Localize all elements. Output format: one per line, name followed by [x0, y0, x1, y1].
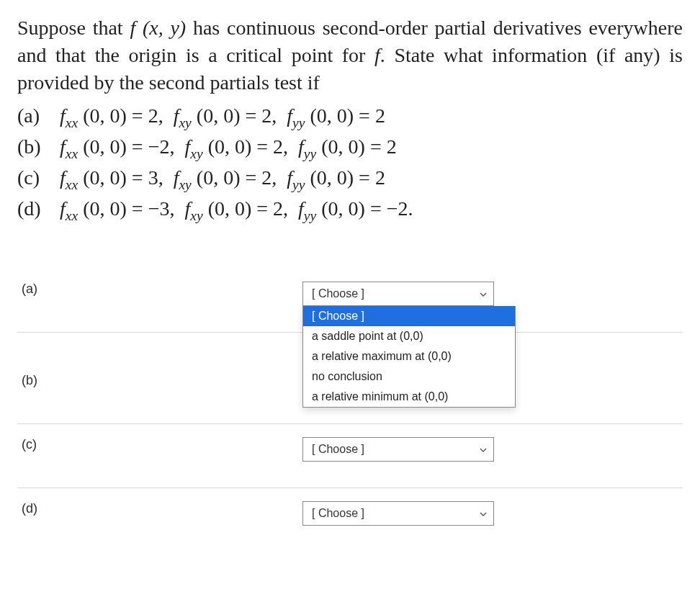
answer-label-c: (c): [17, 437, 302, 452]
answer-label-a: (a): [17, 282, 302, 297]
part-a-fxx: 2: [148, 104, 158, 127]
chevron-down-icon: [479, 446, 486, 453]
part-b-fyy: 2: [387, 135, 397, 158]
answer-select-a-value: [ Choose ]: [312, 287, 364, 300]
chevron-down-icon: [479, 290, 486, 297]
part-c-fxy: 2: [261, 166, 272, 189]
answer-select-d[interactable]: [ Choose ]: [302, 501, 494, 526]
answer-label-b: (b): [17, 373, 302, 388]
answer-row-d: (d) [ Choose ]: [17, 488, 683, 534]
part-b-equation: (b) fxx (0, 0) = −2, fxy (0, 0) = 2, fyy…: [17, 132, 683, 163]
prompt-fxy: f (x, y): [130, 17, 186, 39]
part-d-label: (d): [17, 194, 55, 223]
part-a-label: (a): [17, 102, 55, 130]
part-b-fxx: −2: [148, 135, 170, 158]
part-d-fyy: −2: [387, 197, 408, 220]
part-d-equation: (d) fxx (0, 0) = −3, fxy (0, 0) = 2, fyy…: [17, 194, 683, 225]
part-b-fxy: 2: [273, 135, 283, 158]
part-b-label: (b): [17, 132, 55, 161]
chevron-down-icon: [479, 510, 486, 517]
problem-statement: Suppose that f (x, y) has continuous sec…: [17, 14, 683, 96]
part-c-label: (c): [17, 163, 55, 192]
part-d-fxx: −3: [148, 197, 170, 220]
answer-select-c-value: [ Choose ]: [312, 443, 364, 455]
answer-dropdown-a: [ Choose ] a saddle point at (0,0) a rel…: [302, 306, 516, 408]
part-a-fyy: 2: [375, 104, 385, 127]
dropdown-option[interactable]: no conclusion: [303, 367, 515, 387]
prompt-text-1: Suppose that: [17, 17, 130, 39]
answer-label-d: (d): [17, 501, 302, 516]
dropdown-option[interactable]: [ Choose ]: [303, 306, 515, 326]
answer-row-c: (c) [ Choose ]: [17, 424, 683, 488]
prompt-f: f: [374, 44, 380, 66]
part-a-equation: (a) fxx (0, 0) = 2, fxy (0, 0) = 2, fyy …: [17, 102, 683, 132]
answer-area: (a) [ Choose ] [ Choose ] a saddle point…: [17, 269, 683, 534]
answer-select-a[interactable]: [ Choose ]: [302, 282, 494, 306]
dropdown-option[interactable]: a relative maximum at (0,0): [303, 346, 515, 367]
answer-select-d-value: [ Choose ]: [312, 507, 364, 519]
part-c-fxx: 3: [148, 166, 158, 189]
answer-row-a: (a) [ Choose ] [ Choose ] a saddle point…: [17, 269, 683, 333]
part-c-fyy: 2: [375, 166, 385, 189]
part-c-equation: (c) fxx (0, 0) = 3, fxy (0, 0) = 2, fyy …: [17, 163, 683, 194]
part-d-fxy: 2: [273, 197, 283, 220]
dropdown-option[interactable]: a relative minimum at (0,0): [303, 387, 515, 407]
dropdown-option[interactable]: a saddle point at (0,0): [303, 326, 515, 346]
answer-select-c[interactable]: [ Choose ]: [302, 437, 494, 462]
part-a-fxy: 2: [261, 104, 272, 127]
